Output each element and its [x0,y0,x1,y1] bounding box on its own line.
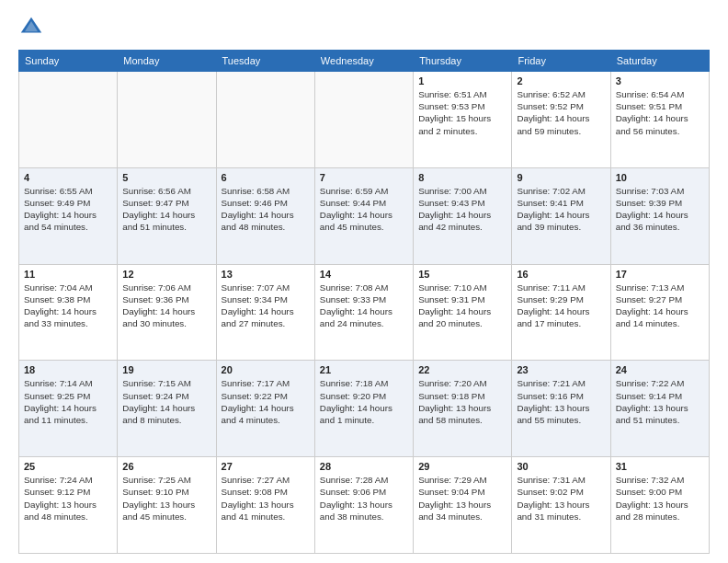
day-number: 4 [24,172,112,183]
calendar-day-cell: 28Sunrise: 7:28 AM Sunset: 9:06 PM Dayli… [314,457,413,554]
calendar-day-cell: 25Sunrise: 7:24 AM Sunset: 9:12 PM Dayli… [19,457,118,554]
calendar-weekday-thursday: Thursday [414,51,512,72]
calendar-day-cell: 24Sunrise: 7:22 AM Sunset: 9:14 PM Dayli… [610,361,709,457]
calendar-day-cell: 16Sunrise: 7:11 AM Sunset: 9:29 PM Dayli… [512,264,610,361]
day-number: 6 [222,172,310,183]
calendar-day-cell: 12Sunrise: 7:06 AM Sunset: 9:36 PM Dayli… [118,264,216,361]
day-info: Sunrise: 7:02 AM Sunset: 9:41 PM Dayligh… [517,185,605,234]
day-info: Sunrise: 7:28 AM Sunset: 9:06 PM Dayligh… [320,474,408,523]
day-info: Sunrise: 7:11 AM Sunset: 9:29 PM Dayligh… [517,282,605,330]
day-number: 3 [616,75,704,86]
day-info: Sunrise: 7:00 AM Sunset: 9:43 PM Dayligh… [418,185,506,234]
calendar-week-row: 1Sunrise: 6:51 AM Sunset: 9:53 PM Daylig… [19,72,710,168]
calendar-weekday-friday: Friday [512,51,610,72]
day-number: 18 [24,364,112,375]
calendar-day-cell: 7Sunrise: 6:59 AM Sunset: 9:44 PM Daylig… [314,167,413,264]
day-info: Sunrise: 7:25 AM Sunset: 9:10 PM Dayligh… [122,474,210,523]
day-number: 14 [320,269,408,280]
day-number: 10 [616,172,704,183]
calendar-day-cell: 6Sunrise: 6:58 AM Sunset: 9:46 PM Daylig… [216,167,314,264]
day-info: Sunrise: 7:18 AM Sunset: 9:20 PM Dayligh… [320,377,408,426]
calendar-day-cell: 14Sunrise: 7:08 AM Sunset: 9:33 PM Dayli… [314,264,413,361]
day-number: 27 [222,461,310,472]
calendar-week-row: 18Sunrise: 7:14 AM Sunset: 9:25 PM Dayli… [19,361,710,457]
day-info: Sunrise: 7:14 AM Sunset: 9:25 PM Dayligh… [24,377,112,426]
day-number: 7 [320,172,408,183]
calendar-day-cell [118,72,216,168]
day-number: 1 [418,75,506,86]
day-number: 17 [616,269,704,280]
calendar-day-cell: 5Sunrise: 6:56 AM Sunset: 9:47 PM Daylig… [118,167,216,264]
day-info: Sunrise: 6:51 AM Sunset: 9:53 PM Dayligh… [418,88,506,137]
calendar-day-cell: 10Sunrise: 7:03 AM Sunset: 9:39 PM Dayli… [610,167,709,264]
day-number: 8 [418,172,506,183]
day-info: Sunrise: 7:07 AM Sunset: 9:34 PM Dayligh… [222,282,310,330]
day-info: Sunrise: 6:52 AM Sunset: 9:52 PM Dayligh… [517,88,605,137]
day-number: 12 [122,269,210,280]
day-number: 22 [418,364,506,375]
day-number: 31 [616,461,704,472]
logo [18,15,48,40]
logo-icon [18,15,44,40]
day-info: Sunrise: 7:32 AM Sunset: 9:00 PM Dayligh… [616,474,704,523]
calendar-day-cell: 20Sunrise: 7:17 AM Sunset: 9:22 PM Dayli… [216,361,314,457]
calendar-weekday-sunday: Sunday [19,51,118,72]
day-info: Sunrise: 7:06 AM Sunset: 9:36 PM Dayligh… [122,282,210,330]
page: SundayMondayTuesdayWednesdayThursdayFrid… [0,0,728,563]
calendar-header-row: SundayMondayTuesdayWednesdayThursdayFrid… [19,51,710,72]
calendar-day-cell [216,72,314,168]
day-number: 28 [320,461,408,472]
day-number: 23 [517,364,605,375]
calendar-day-cell: 4Sunrise: 6:55 AM Sunset: 9:49 PM Daylig… [19,167,118,264]
calendar-day-cell: 27Sunrise: 7:27 AM Sunset: 9:08 PM Dayli… [216,457,314,554]
day-info: Sunrise: 7:04 AM Sunset: 9:38 PM Dayligh… [24,282,112,330]
day-info: Sunrise: 7:27 AM Sunset: 9:08 PM Dayligh… [222,474,310,523]
day-number: 26 [122,461,210,472]
calendar-day-cell [314,72,413,168]
calendar-day-cell: 22Sunrise: 7:20 AM Sunset: 9:18 PM Dayli… [414,361,512,457]
day-info: Sunrise: 7:24 AM Sunset: 9:12 PM Dayligh… [24,474,112,523]
calendar-day-cell: 9Sunrise: 7:02 AM Sunset: 9:41 PM Daylig… [512,167,610,264]
calendar-day-cell: 2Sunrise: 6:52 AM Sunset: 9:52 PM Daylig… [512,72,610,168]
day-info: Sunrise: 6:55 AM Sunset: 9:49 PM Dayligh… [24,185,112,234]
day-number: 29 [418,461,506,472]
calendar-day-cell: 8Sunrise: 7:00 AM Sunset: 9:43 PM Daylig… [414,167,512,264]
day-number: 24 [616,364,704,375]
day-info: Sunrise: 7:20 AM Sunset: 9:18 PM Dayligh… [418,377,506,426]
day-number: 2 [517,75,605,86]
day-number: 9 [517,172,605,183]
calendar-day-cell: 29Sunrise: 7:29 AM Sunset: 9:04 PM Dayli… [414,457,512,554]
calendar-day-cell: 15Sunrise: 7:10 AM Sunset: 9:31 PM Dayli… [414,264,512,361]
header [18,15,710,40]
calendar-day-cell [19,72,118,168]
calendar-day-cell: 30Sunrise: 7:31 AM Sunset: 9:02 PM Dayli… [512,457,610,554]
calendar-weekday-monday: Monday [118,51,216,72]
day-info: Sunrise: 7:22 AM Sunset: 9:14 PM Dayligh… [616,377,704,426]
day-number: 21 [320,364,408,375]
day-number: 30 [517,461,605,472]
day-info: Sunrise: 6:58 AM Sunset: 9:46 PM Dayligh… [222,185,310,234]
day-info: Sunrise: 7:17 AM Sunset: 9:22 PM Dayligh… [222,377,310,426]
calendar-weekday-tuesday: Tuesday [216,51,314,72]
calendar-week-row: 11Sunrise: 7:04 AM Sunset: 9:38 PM Dayli… [19,264,710,361]
day-info: Sunrise: 7:29 AM Sunset: 9:04 PM Dayligh… [418,474,506,523]
calendar-week-row: 25Sunrise: 7:24 AM Sunset: 9:12 PM Dayli… [19,457,710,554]
calendar-weekday-saturday: Saturday [610,51,709,72]
day-info: Sunrise: 7:31 AM Sunset: 9:02 PM Dayligh… [517,474,605,523]
day-info: Sunrise: 7:21 AM Sunset: 9:16 PM Dayligh… [517,377,605,426]
day-info: Sunrise: 7:03 AM Sunset: 9:39 PM Dayligh… [616,185,704,234]
calendar-week-row: 4Sunrise: 6:55 AM Sunset: 9:49 PM Daylig… [19,167,710,264]
calendar-day-cell: 1Sunrise: 6:51 AM Sunset: 9:53 PM Daylig… [414,72,512,168]
calendar-day-cell: 21Sunrise: 7:18 AM Sunset: 9:20 PM Dayli… [314,361,413,457]
day-number: 11 [24,269,112,280]
day-info: Sunrise: 7:13 AM Sunset: 9:27 PM Dayligh… [616,282,704,330]
calendar-day-cell: 26Sunrise: 7:25 AM Sunset: 9:10 PM Dayli… [118,457,216,554]
calendar-day-cell: 17Sunrise: 7:13 AM Sunset: 9:27 PM Dayli… [610,264,709,361]
day-info: Sunrise: 7:10 AM Sunset: 9:31 PM Dayligh… [418,282,506,330]
calendar-table: SundayMondayTuesdayWednesdayThursdayFrid… [18,50,710,554]
day-info: Sunrise: 7:15 AM Sunset: 9:24 PM Dayligh… [122,377,210,426]
day-number: 25 [24,461,112,472]
day-info: Sunrise: 7:08 AM Sunset: 9:33 PM Dayligh… [320,282,408,330]
day-info: Sunrise: 6:59 AM Sunset: 9:44 PM Dayligh… [320,185,408,234]
day-number: 5 [122,172,210,183]
